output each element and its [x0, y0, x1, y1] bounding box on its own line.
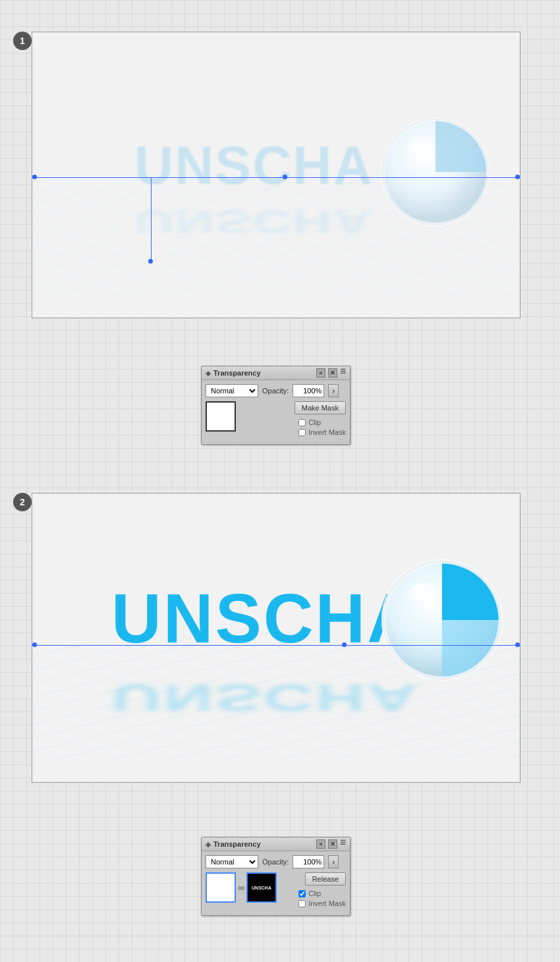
opacity-input-1[interactable]	[293, 384, 324, 397]
panel-header-2: ◈ Transparency « ✕ ☰	[202, 837, 350, 851]
opacity-label-2: Opacity:	[262, 858, 289, 866]
svg-point-4	[406, 582, 451, 613]
guide-dot-left-1	[32, 175, 37, 179]
opacity-input-2[interactable]	[293, 855, 324, 868]
thumbnail-1	[206, 401, 236, 432]
link-icon-2: ∞	[236, 872, 246, 903]
invert-mask-checkbox-2[interactable]: Invert Mask	[298, 899, 346, 907]
canvas-2: UNSCHA UNSCHA	[32, 493, 520, 783]
panel-icon-1: ◈	[206, 370, 211, 377]
release-btn-2[interactable]: Release	[305, 872, 346, 886]
thumbnail-mask-2: UNSCHA	[246, 872, 277, 903]
guide-dot-left-2	[32, 642, 37, 647]
panel-close-btn-2[interactable]: ✕	[328, 839, 337, 849]
clip-checkbox-1[interactable]: Clip	[298, 418, 346, 426]
guide-dot-v1	[148, 259, 153, 264]
svg-point-1	[405, 139, 444, 165]
make-mask-btn-1[interactable]: Make Mask	[294, 401, 346, 414]
guide-dot-mid-2	[342, 642, 347, 647]
pie-chart-1	[381, 118, 490, 227]
thumbnail-white-2	[206, 872, 236, 903]
panel-title-1: Transparency	[213, 369, 261, 377]
clip-checkbox-2[interactable]: Clip	[298, 890, 346, 897]
panel-collapse-btn-2[interactable]: «	[316, 839, 325, 849]
guide-line-h1	[32, 177, 520, 178]
pie-chart-2	[381, 559, 503, 681]
panel-menu-2[interactable]: ☰	[340, 839, 346, 849]
panel-icon-2: ◈	[206, 841, 211, 848]
guide-line-v1	[151, 177, 152, 262]
blend-mode-select-2[interactable]: Normal	[206, 855, 258, 868]
invert-mask-checkbox-1[interactable]: Invert Mask	[298, 428, 346, 436]
canvas-1: UNSCHA UNSCHA	[32, 32, 520, 318]
opacity-arrow-2[interactable]: ›	[328, 855, 339, 868]
guide-line-h2	[32, 645, 520, 646]
opacity-label-1: Opacity:	[262, 387, 289, 395]
step-badge-1: 1	[13, 32, 32, 50]
panel-menu-1[interactable]: ☰	[340, 368, 346, 378]
opacity-arrow-1[interactable]: ›	[328, 384, 339, 397]
panel-header-1: ◈ Transparency « ✕ ☰	[202, 366, 350, 380]
panel-collapse-btn-1[interactable]: «	[316, 368, 325, 378]
transparency-panel-1: ◈ Transparency « ✕ ☰ Normal Opacity: › M…	[201, 366, 350, 445]
panel-title-2: Transparency	[213, 840, 261, 848]
guide-dot-right-2	[515, 642, 520, 647]
guide-dot-right-1	[515, 175, 520, 179]
step-badge-2: 2	[13, 493, 32, 511]
transparency-panel-2: ◈ Transparency « ✕ ☰ Normal Opacity: › ∞…	[201, 837, 350, 916]
guide-dot-mid-1	[283, 175, 287, 179]
blend-mode-select-1[interactable]: Normal	[206, 384, 258, 397]
panel-close-btn-1[interactable]: ✕	[328, 368, 337, 378]
